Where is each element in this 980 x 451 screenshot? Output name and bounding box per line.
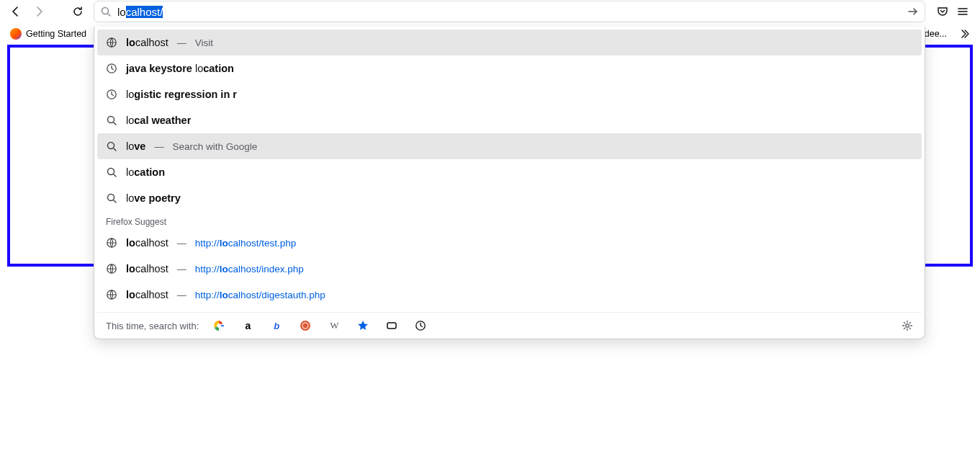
svg-point-4 (108, 117, 114, 123)
separator: — (177, 264, 186, 274)
bing-engine-icon[interactable]: b (271, 320, 282, 331)
separator: — (177, 37, 186, 48)
history-icon (106, 89, 117, 100)
globe-icon (106, 237, 117, 249)
suggestion-row[interactable]: localhost — Visit (97, 30, 922, 55)
suggestion-row[interactable]: love — Search with Google (97, 133, 922, 159)
suggestion-aside: Visit (195, 37, 213, 48)
suggestion-url: http://localhost/test.php (195, 238, 296, 249)
svg-rect-15 (387, 323, 396, 329)
bookmark-label: Getting Started (26, 29, 86, 39)
svg-point-0 (102, 8, 109, 14)
suggestion-text: localhost (126, 289, 168, 300)
tabs-engine-icon[interactable] (386, 320, 397, 331)
globe-icon (106, 263, 117, 274)
suggestion-text: love (126, 140, 145, 152)
separator: — (177, 290, 186, 300)
search-settings-icon[interactable] (902, 320, 913, 331)
suggestion-row[interactable]: love poetry (97, 185, 922, 211)
separator: — (154, 141, 163, 152)
url-bar[interactable]: localhost/ (94, 1, 925, 22)
svg-point-5 (108, 143, 114, 149)
suggestion-text: localhost (126, 37, 168, 48)
suggestion-text: location (126, 166, 165, 178)
suggestion-aside: Search with Google (172, 141, 257, 152)
urlbar-dropdown: localhost — Visit java keystore location… (94, 27, 925, 339)
svg-point-7 (108, 195, 114, 201)
svg-point-17 (906, 324, 909, 327)
pocket-icon[interactable] (937, 6, 948, 17)
suggestion-row[interactable]: java keystore location (97, 55, 922, 81)
svg-point-11 (217, 323, 221, 328)
svg-point-14 (303, 323, 308, 329)
suggestion-row[interactable]: location (97, 159, 922, 185)
suggestion-text: logistic regression in r (126, 89, 237, 100)
bookmarks-overflow-icon[interactable] (954, 25, 974, 43)
back-button[interactable] (6, 1, 26, 22)
search-icon (106, 115, 117, 126)
reload-button[interactable] (68, 1, 88, 22)
dropdown-footer: This time, search with: a b W (97, 312, 922, 339)
duckduckgo-engine-icon[interactable] (300, 320, 311, 331)
svg-point-6 (108, 169, 114, 175)
history-suggestion-row[interactable]: localhost — http://localhost/digestauth.… (97, 282, 922, 308)
suggestion-url: http://localhost/index.php (195, 264, 304, 274)
suggestion-text: local weather (126, 115, 191, 126)
footer-label: This time, search with: (106, 321, 199, 331)
suggestion-row[interactable]: local weather (97, 107, 922, 133)
bookmarks-engine-icon[interactable] (357, 320, 369, 331)
suggestion-text: localhost (126, 263, 168, 274)
separator: — (177, 238, 186, 249)
bookmark-getting-started[interactable]: Getting Started (6, 25, 91, 43)
hamburger-icon[interactable] (957, 6, 968, 17)
suggestion-text: localhost (126, 237, 168, 249)
google-engine-icon[interactable] (213, 320, 225, 331)
search-icon (106, 166, 117, 178)
section-label: Firefox Suggest (97, 211, 922, 230)
search-icon (106, 192, 117, 204)
globe-icon (106, 289, 117, 300)
search-icon (100, 6, 112, 17)
search-icon (106, 140, 117, 152)
history-icon (106, 63, 117, 74)
url-text: localhost/ (117, 6, 907, 18)
history-engine-icon[interactable] (415, 320, 426, 331)
go-arrow-icon[interactable] (907, 6, 919, 17)
amazon-engine-icon[interactable]: a (242, 320, 253, 331)
forward-button (29, 1, 49, 22)
firefox-icon (10, 28, 22, 40)
suggestion-text: java keystore location (126, 63, 234, 74)
wikipedia-engine-icon[interactable]: W (328, 320, 340, 331)
suggestion-row[interactable]: logistic regression in r (97, 81, 922, 107)
suggestion-url: http://localhost/digestauth.php (195, 290, 325, 300)
suggestion-text: love poetry (126, 192, 181, 204)
history-suggestion-row[interactable]: localhost — http://localhost/index.php (97, 256, 922, 282)
history-suggestion-row[interactable]: localhost — http://localhost/test.php (97, 230, 922, 256)
globe-icon (106, 37, 117, 48)
